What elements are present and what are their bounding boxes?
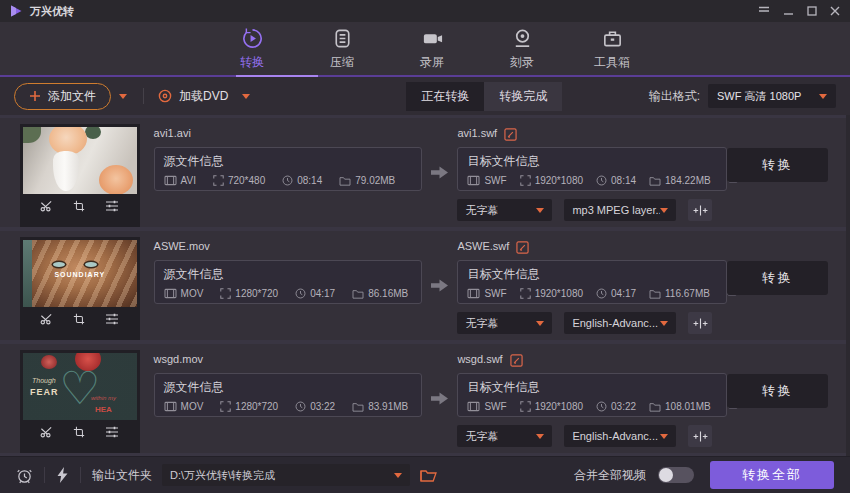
add-audio-track-button[interactable] [688,425,712,447]
nav-underline [0,75,850,77]
rename-icon[interactable] [516,241,529,254]
source-filename: wsgd.mov [154,353,422,367]
film-icon [164,288,177,299]
titlebar: 万兴优转 [0,0,850,22]
target-info: wsgd.swf 目标文件信息 SWF 1920*1080 03:22 108.… [457,350,727,453]
trim-icon[interactable] [40,200,53,212]
source-panel-title: 源文件信息 [164,266,412,283]
chevron-down-icon [660,321,668,326]
resolution-info: 1920*1080 [520,288,583,299]
tab-finished[interactable]: 转换完成 [484,82,562,111]
convert-arrow-icon [422,166,458,179]
trim-icon[interactable] [40,426,53,438]
clock-icon [295,288,306,299]
source-filename: avi1.avi [154,127,422,141]
add-files-button[interactable]: 添加文件 [14,83,111,110]
subtitle-select[interactable]: 无字幕 [457,425,552,447]
plus-icon [29,90,41,102]
thumbnail-overlay-text: within my [91,395,116,401]
convert-all-button[interactable]: 转换全部 [710,461,834,489]
crop-icon[interactable] [73,200,85,212]
resolution-icon [520,175,531,186]
chevron-down-icon [536,321,544,326]
video-thumbnail[interactable]: SOUNDIARY [20,237,140,340]
add-audio-track-button[interactable] [688,312,712,334]
convert-icon [241,27,264,50]
output-path-select[interactable]: D:\万兴优转\转换完成 [162,464,410,486]
app-title: 万兴优转 [30,4,74,19]
audio-track-select[interactable]: English-Advanc... [564,425,676,447]
subtitle-select[interactable]: 无字幕 [457,199,552,221]
minimize-icon[interactable] [783,6,794,16]
convert-button[interactable]: 转换 [727,148,828,182]
film-icon [467,401,480,412]
chevron-down-icon [394,473,402,478]
film-icon [467,288,480,299]
video-thumbnail[interactable] [20,124,140,227]
bottombar: 输出文件夹 D:\万兴优转\转换完成 合并全部视频 转换全部 [0,456,850,493]
target-filename: ASWE.swf [457,240,509,254]
close-icon[interactable] [830,6,840,16]
tab-record[interactable]: 录屏 [409,27,455,71]
effects-icon[interactable] [105,313,119,325]
convert-button[interactable]: 转换 [727,374,828,408]
folder-icon [339,176,351,186]
target-info: ASWE.swf 目标文件信息 SWF 1920*1080 04:17 116.… [457,237,727,340]
effects-icon[interactable] [105,426,119,438]
crop-icon[interactable] [73,426,85,438]
compress-icon [331,27,354,50]
menu-icon[interactable] [758,6,770,16]
rename-icon[interactable] [510,354,523,367]
screen-record-icon [421,27,444,50]
thumbnail-toolbar [23,420,137,443]
toggle-knob [659,468,673,482]
maximize-icon[interactable] [807,6,817,16]
audio-track-select[interactable]: English-Advanc... [564,312,676,334]
folder-icon [352,289,364,299]
resolution-info: 1920*1080 [520,401,583,412]
tab-converting[interactable]: 正在转换 [406,82,484,111]
high-speed-icon[interactable] [56,467,69,483]
merge-tracks-icon [693,430,708,443]
load-dvd-dropdown-icon[interactable] [242,94,250,99]
tab-compress[interactable]: 压缩 [319,27,365,71]
tab-burn[interactable]: 刻录 [499,27,545,71]
trim-icon[interactable] [40,313,53,325]
effects-icon[interactable] [105,200,119,212]
load-dvd-button[interactable]: 加载DVD [152,84,234,109]
output-format-select[interactable]: SWF 高清 1080P [708,84,836,108]
scrollbar[interactable] [846,115,850,456]
app-logo-icon [10,5,23,17]
resolution-info: 1280*720 [220,288,278,299]
tab-toolbox[interactable]: 工具箱 [589,27,635,71]
convert-button[interactable]: 转换 [727,261,828,295]
tab-convert[interactable]: 转换 [229,27,275,71]
format-info: SWF [467,175,506,186]
convert-arrow-icon [422,279,458,292]
schedule-icon[interactable] [16,467,33,484]
rename-icon[interactable] [504,128,517,141]
crop-icon[interactable] [73,313,85,325]
filesize-info: 116.67MB [649,288,710,299]
open-folder-icon[interactable] [420,468,437,482]
heart-art: ♡ [59,365,100,411]
toolbox-icon [601,27,624,50]
resolution-icon [220,401,231,412]
folder-icon [352,402,364,412]
clock-icon [282,175,293,186]
folder-icon [649,289,661,299]
duration-info: 03:22 [295,401,335,412]
merge-all-toggle[interactable] [658,467,694,483]
audio-track-select[interactable]: mp3 MPEG layer... [564,199,676,221]
thumbnail-image [23,127,137,194]
format-info: MOV [164,288,204,299]
subtitle-select[interactable]: 无字幕 [457,312,552,334]
dvd-icon [158,89,172,103]
file-row: ♡ Though FEAR within my HEA wsgd.mov 源文件… [0,344,850,453]
target-panel-title: 目标文件信息 [467,379,723,396]
video-thumbnail[interactable]: ♡ Though FEAR within my HEA [20,350,140,453]
clock-icon [596,288,607,299]
add-files-dropdown-icon[interactable] [119,94,127,99]
filesize-info: 108.01MB [649,401,711,412]
add-audio-track-button[interactable] [688,199,712,221]
